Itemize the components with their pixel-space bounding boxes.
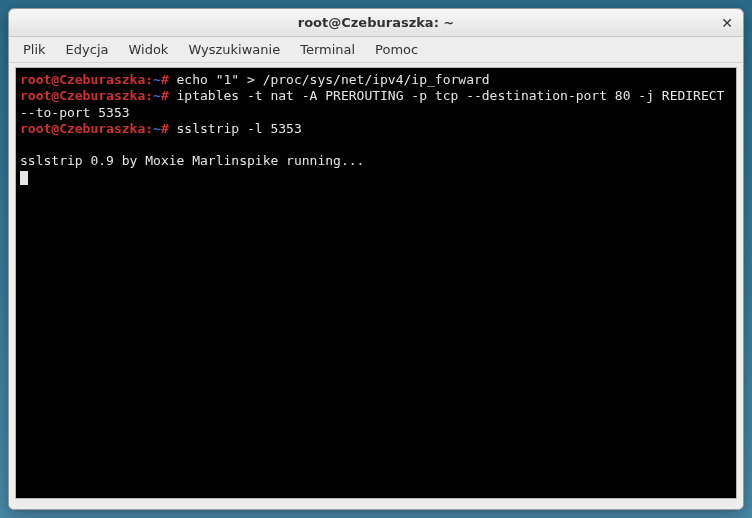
terminal-cursor <box>20 171 28 185</box>
menu-terminal[interactable]: Terminal <box>290 38 365 61</box>
prompt-symbol: # <box>161 88 169 103</box>
menu-help[interactable]: Pomoc <box>365 38 428 61</box>
prompt-host: Czeburaszka <box>59 72 145 87</box>
prompt-user: root <box>20 88 51 103</box>
menu-search[interactable]: Wyszukiwanie <box>178 38 290 61</box>
prompt-user: root <box>20 72 51 87</box>
output-text: sslstrip 0.9 by Moxie Marlinspike runnin… <box>20 153 364 168</box>
command-text: echo "1" > /proc/sys/net/ipv4/ip_forward <box>169 72 490 87</box>
prompt-symbol: # <box>161 121 169 136</box>
prompt-at: @ <box>51 121 59 136</box>
menu-file[interactable]: Plik <box>13 38 56 61</box>
prompt-host: Czeburaszka <box>59 121 145 136</box>
terminal-line: root@Czeburaszka:~# echo "1" > /proc/sys… <box>20 72 732 88</box>
cursor-line <box>20 170 732 186</box>
prompt-host: Czeburaszka <box>59 88 145 103</box>
titlebar[interactable]: root@Czeburaszka: ~ ✕ <box>9 9 743 37</box>
close-icon: ✕ <box>721 15 733 31</box>
command-text: sslstrip -l 5353 <box>169 121 302 136</box>
terminal-line: root@Czeburaszka:~# iptables -t nat -A P… <box>20 88 732 121</box>
close-button[interactable]: ✕ <box>717 13 737 33</box>
prompt-colon: : <box>145 72 153 87</box>
terminal-line: root@Czeburaszka:~# sslstrip -l 5353 <box>20 121 732 137</box>
terminal-window: root@Czeburaszka: ~ ✕ Plik Edycja Widok … <box>8 8 744 510</box>
prompt-path: ~ <box>153 88 161 103</box>
prompt-user: root <box>20 121 51 136</box>
menu-edit[interactable]: Edycja <box>56 38 119 61</box>
prompt-colon: : <box>145 88 153 103</box>
prompt-at: @ <box>51 88 59 103</box>
terminal-line <box>20 137 732 153</box>
window-title: root@Czeburaszka: ~ <box>298 15 455 30</box>
menu-view[interactable]: Widok <box>118 38 178 61</box>
prompt-at: @ <box>51 72 59 87</box>
menubar: Plik Edycja Widok Wyszukiwanie Terminal … <box>9 37 743 63</box>
terminal-output[interactable]: root@Czeburaszka:~# echo "1" > /proc/sys… <box>15 67 737 499</box>
prompt-path: ~ <box>153 121 161 136</box>
terminal-line: sslstrip 0.9 by Moxie Marlinspike runnin… <box>20 153 732 169</box>
terminal-container: root@Czeburaszka:~# echo "1" > /proc/sys… <box>9 63 743 509</box>
prompt-symbol: # <box>161 72 169 87</box>
prompt-colon: : <box>145 121 153 136</box>
prompt-path: ~ <box>153 72 161 87</box>
